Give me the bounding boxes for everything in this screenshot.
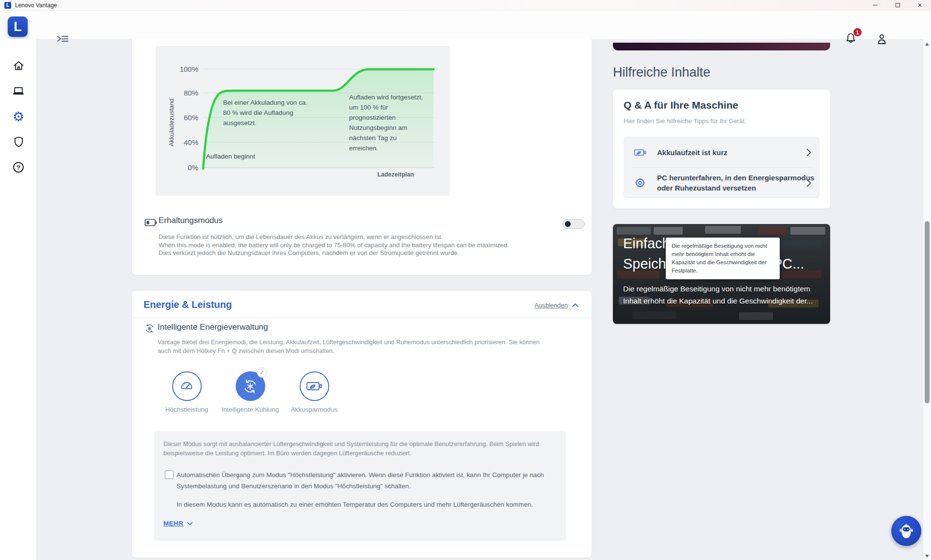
y-tick-40: 40%: [156, 138, 198, 146]
y-tick-80: 80%: [156, 89, 198, 97]
battery-eco-icon: [634, 147, 646, 158]
svg-text:?: ?: [16, 164, 20, 171]
mode-circle: [172, 371, 202, 401]
auto-transition-checkbox[interactable]: [165, 470, 174, 479]
conservation-mode-toggle[interactable]: [562, 219, 585, 229]
help-icon: ?: [12, 161, 25, 174]
support-chat-button[interactable]: [891, 516, 921, 546]
mode-circle: [300, 371, 329, 401]
account-button[interactable]: [875, 32, 888, 46]
sidebar-nav: ⚙ ?: [0, 39, 37, 560]
sidebar-item-security[interactable]: [0, 131, 37, 152]
sidebar-item-help[interactable]: ?: [0, 157, 37, 178]
qa-title: Q & A für Ihre Maschine: [624, 99, 738, 111]
energy-performance-card: Energie & Leistung Ausblenden Intelligen…: [132, 291, 592, 558]
selected-check-badge: ✓: [257, 368, 267, 378]
smart-power-description: Vantage bietet drei Energiemodi, die Lei…: [158, 338, 540, 355]
gear-icon: ⚙: [13, 110, 24, 123]
notification-badge: 1: [853, 28, 862, 36]
mode-note: In diesem Modus kann es automatisch zu e…: [177, 501, 533, 508]
mode-label: Höchstleistung: [153, 406, 221, 413]
minimize-icon: [873, 5, 878, 5]
auto-transition-label: Automatischen Übergang zum Modus "Höchst…: [177, 469, 544, 492]
qa-subtitle: Hier finden Sie hilfreiche Tipps für Ihr…: [624, 117, 746, 125]
mode-akkusparmodus[interactable]: Akkusparmodus: [280, 371, 348, 413]
notifications-button[interactable]: 1: [844, 32, 858, 46]
battery-icon: [144, 219, 157, 227]
divider: [132, 318, 592, 318]
mode-label: Akkusparmodus: [280, 406, 348, 413]
mode-detail-panel: Dieser Modus sorgt mit ausbalancierter L…: [154, 432, 566, 541]
collapse-link[interactable]: Ausblenden: [534, 302, 579, 309]
section-title: Energie & Leistung: [144, 299, 232, 310]
minimize-button[interactable]: [864, 0, 886, 11]
sidebar-item-device[interactable]: [0, 80, 37, 101]
page-scrollbar[interactable]: [923, 39, 931, 560]
charge-schedule-chart: Akkuladezustand 100% 80% 60% 40% 0%: [156, 46, 450, 196]
chevron-right-icon: [806, 148, 811, 157]
window-title: Lenovo Vantage: [15, 2, 57, 9]
user-icon: [875, 32, 888, 46]
scroll-up-arrow[interactable]: [925, 43, 929, 46]
toggle-knob: [565, 221, 571, 227]
sync-icon: [144, 323, 155, 334]
article-title-fragment: Speich: [623, 256, 666, 272]
more-link[interactable]: MEHR: [163, 520, 193, 527]
chevron-down-icon: [187, 522, 193, 526]
mode-description: Dieser Modus sorgt mit ausbalancierter L…: [163, 439, 539, 458]
smart-power-icon: [144, 323, 155, 334]
laptop-icon: [12, 85, 25, 97]
maximize-icon: [896, 3, 900, 7]
robot-mascot-icon: [898, 522, 915, 540]
home-icon: [13, 60, 25, 72]
battery-eco-icon: [306, 380, 322, 393]
title-bar: L Lenovo Vantage ✕: [0, 0, 931, 11]
y-tick-100: 100%: [156, 65, 198, 73]
smart-power-title: Intelligente Energieverwaltung: [158, 322, 268, 332]
storage-tips-article-card[interactable]: Einfach Speich PC... Die regelmäßige Bes…: [613, 224, 830, 324]
article-excerpt: Die regelmäßige Beseitigung von nicht me…: [623, 283, 813, 307]
sidebar-item-home[interactable]: [0, 55, 37, 76]
battery-settings-card: Akkuladezustand 100% 80% 60% 40% 0%: [132, 39, 592, 275]
previous-card-edge: [613, 43, 830, 50]
conservation-mode-icon: [144, 219, 157, 227]
gear-icon: [634, 177, 646, 189]
app-icon-small: L: [4, 2, 11, 9]
qa-list: Akkulaufzeit ist kurz PC herunterfahren,…: [624, 137, 819, 198]
qa-item-label: PC herunterfahren, in den Energiesparmod…: [657, 173, 803, 193]
chart-x-axis-label: Ladezeitplan: [364, 171, 427, 178]
performance-gauge-icon: [179, 379, 194, 394]
chevron-up-icon: [572, 303, 579, 307]
annotation-resume: Aufladen wird fortgesetzt, um 100 % für …: [349, 92, 423, 153]
shield-icon: [13, 136, 25, 148]
y-tick-60: 60%: [156, 113, 198, 122]
intelligent-cooling-icon: [242, 379, 258, 394]
sidebar-item-settings[interactable]: ⚙: [0, 106, 37, 127]
qa-item-label: Akkulaufzeit ist kurz: [657, 147, 803, 158]
lenovo-vantage-window: L Lenovo Vantage ✕ L 1: [0, 0, 931, 560]
annotation-pause: Bei einer Akkuladung von ca. 80 % wird d…: [223, 97, 307, 128]
qa-item-battery-life[interactable]: Akkulaufzeit ist kurz: [624, 137, 819, 167]
scroll-down-arrow[interactable]: [925, 555, 929, 558]
maximize-button[interactable]: [886, 0, 909, 11]
annotation-start: Aufladen beginnt: [206, 153, 255, 160]
qa-item-shutdown-sleep[interactable]: PC herunterfahren, in den Energiesparmod…: [624, 168, 819, 198]
y-tick-0: 0%: [156, 163, 198, 172]
helpful-content-heading: Hilfreiche Inhalte: [613, 65, 710, 80]
mode-hoechstleistung[interactable]: Höchstleistung: [153, 371, 221, 413]
conservation-mode-description: Diese Funktion ist nützlich, um die Lebe…: [159, 233, 509, 257]
close-button[interactable]: ✕: [909, 0, 931, 11]
scrollbar-thumb[interactable]: [925, 221, 930, 403]
mode-intelligente-kuehlung[interactable]: ✓ Intelligente Kühlung: [216, 371, 284, 413]
mode-circle-selected: ✓: [236, 371, 265, 401]
conservation-mode-title: Erhaltungsmodus: [159, 216, 223, 225]
menu-icon[interactable]: [56, 33, 69, 45]
lenovo-logo[interactable]: L: [8, 16, 28, 37]
top-nav: L 1: [0, 11, 931, 39]
close-icon: ✕: [917, 2, 922, 8]
article-tooltip: Die regelmäßige Beseitigung von nicht me…: [666, 238, 780, 279]
chevron-right-icon: [806, 179, 811, 187]
qa-card: Q & A für Ihre Maschine Hier finden Sie …: [613, 90, 830, 208]
article-title-fragment: Einfach: [623, 236, 670, 252]
mode-label: Intelligente Kühlung: [216, 406, 284, 413]
